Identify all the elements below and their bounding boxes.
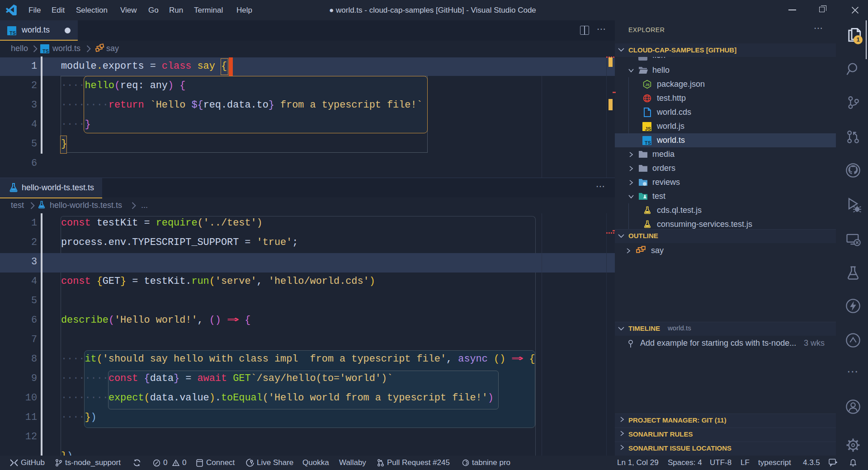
svg-text:JS: JS bbox=[645, 83, 650, 87]
